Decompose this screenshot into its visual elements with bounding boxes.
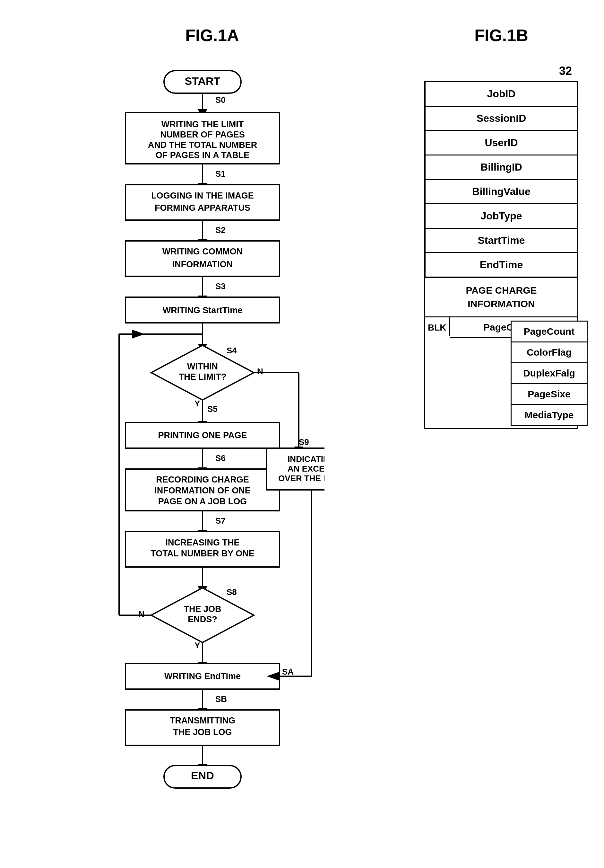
- svg-text:INDICATING: INDICATING: [287, 454, 324, 464]
- sub-colorflag: ColorFlag: [511, 343, 587, 363]
- table-row: JobType: [425, 204, 578, 228]
- table-row: SessionID: [425, 106, 578, 131]
- svg-text:WRITING THE LIMIT: WRITING THE LIMIT: [161, 119, 244, 129]
- field-sessionid: SessionID: [425, 106, 578, 131]
- table-row: StartTime: [425, 228, 578, 253]
- sub-mediatype: MediaType: [511, 405, 587, 425]
- svg-text:OF PAGES IN A TABLE: OF PAGES IN A TABLE: [156, 150, 250, 160]
- svg-text:START: START: [185, 75, 221, 87]
- sub-pagesixe: PageSixe: [511, 384, 587, 405]
- svg-text:AND THE TOTAL NUMBER: AND THE TOTAL NUMBER: [148, 140, 257, 150]
- offset-sub-table: PageCount ColorFlag DuplexFalg PageSixe …: [511, 321, 588, 426]
- table-row: BillingValue: [425, 180, 578, 204]
- svg-text:WRITING EndTime: WRITING EndTime: [164, 671, 241, 681]
- sub-duplexfalg: DuplexFalg: [511, 363, 587, 384]
- svg-text:S1: S1: [215, 169, 226, 178]
- svg-text:S6: S6: [215, 453, 226, 463]
- field-endtime: EndTime: [425, 253, 578, 277]
- page: FIG.1A START S0 WRITING THE LIMIT NUMBER…: [0, 0, 604, 868]
- svg-text:S5: S5: [207, 404, 218, 414]
- svg-text:S3: S3: [215, 281, 226, 291]
- svg-text:S2: S2: [215, 225, 226, 235]
- flowchart-svg: START S0 WRITING THE LIMIT NUMBER OF PAG…: [100, 64, 324, 867]
- svg-text:OVER THE LIMIT: OVER THE LIMIT: [278, 474, 324, 483]
- svg-text:END: END: [191, 769, 214, 781]
- svg-text:N: N: [138, 609, 144, 619]
- svg-text:S4: S4: [227, 346, 237, 355]
- svg-text:TOTAL NUMBER BY ONE: TOTAL NUMBER BY ONE: [150, 549, 255, 558]
- sub-table-inner: PageCount PageCount ColorFlag DuplexFalg…: [450, 318, 577, 428]
- svg-text:S8: S8: [227, 587, 237, 597]
- fig1b-title: FIG.1B: [424, 26, 578, 45]
- data-table: JobID SessionID UserID BillingID Billing…: [424, 81, 578, 278]
- table-row: UserID: [425, 131, 578, 155]
- svg-text:THE JOB LOG: THE JOB LOG: [173, 727, 232, 737]
- svg-text:SB: SB: [215, 694, 227, 704]
- field-jobtype: JobType: [425, 204, 578, 228]
- fig1b: FIG.1B 32 JobID SessionID UserID Billing…: [424, 26, 578, 429]
- table-row: JobID: [425, 82, 578, 106]
- svg-text:WRITING StartTime: WRITING StartTime: [163, 305, 243, 315]
- svg-text:RECORDING CHARGE: RECORDING CHARGE: [156, 475, 249, 484]
- svg-text:THE JOB: THE JOB: [184, 604, 221, 614]
- ref-number: 32: [424, 64, 578, 78]
- svg-rect-16: [125, 185, 280, 220]
- field-userid: UserID: [425, 131, 578, 155]
- svg-text:PAGE ON A JOB LOG: PAGE ON A JOB LOG: [158, 497, 247, 506]
- table-row: BillingID: [425, 155, 578, 180]
- svg-text:PRINTING ONE PAGE: PRINTING ONE PAGE: [158, 431, 247, 440]
- field-starttime: StartTime: [425, 228, 578, 253]
- figures-container: FIG.1A START S0 WRITING THE LIMIT NUMBER…: [26, 19, 578, 867]
- page-charge-label: PAGE CHARGE INFORMATION: [424, 278, 578, 318]
- svg-text:WITHIN: WITHIN: [187, 362, 218, 371]
- svg-text:TRANSMITTING: TRANSMITTING: [170, 716, 235, 725]
- svg-text:S7: S7: [215, 516, 226, 525]
- fig1a-title: FIG.1A: [26, 26, 399, 45]
- svg-text:Y: Y: [195, 640, 200, 650]
- fig1a: FIG.1A START S0 WRITING THE LIMIT NUMBER…: [26, 26, 399, 867]
- fig1b-table-container: 32 JobID SessionID UserID BillingID: [424, 64, 578, 429]
- svg-text:ENDS?: ENDS?: [188, 615, 217, 624]
- field-billingid: BillingID: [425, 155, 578, 180]
- svg-text:Y: Y: [195, 399, 200, 408]
- svg-text:SA: SA: [282, 667, 294, 677]
- svg-text:WRITING COMMON: WRITING COMMON: [162, 247, 243, 256]
- svg-text:S0: S0: [215, 95, 226, 105]
- svg-text:AN EXCESS: AN EXCESS: [287, 464, 324, 474]
- svg-text:N: N: [257, 367, 263, 376]
- svg-text:THE LIMIT?: THE LIMIT?: [179, 372, 226, 381]
- field-billingvalue: BillingValue: [425, 180, 578, 204]
- svg-text:INFORMATION OF ONE: INFORMATION OF ONE: [154, 486, 250, 495]
- svg-rect-21: [125, 241, 280, 276]
- svg-text:LOGGING IN THE IMAGE: LOGGING IN THE IMAGE: [151, 191, 254, 200]
- blk-label: BLK: [425, 318, 450, 336]
- sub-pagecount: PageCount: [511, 322, 587, 343]
- svg-text:INCREASING THE: INCREASING THE: [165, 538, 239, 547]
- table-row: EndTime: [425, 253, 578, 277]
- svg-text:FORMING APPARATUS: FORMING APPARATUS: [155, 203, 250, 213]
- sub-table-wrapper: BLK PageCount PageCount ColorFlag Duplex…: [424, 318, 578, 429]
- field-jobid: JobID: [425, 82, 578, 106]
- svg-text:NUMBER OF PAGES: NUMBER OF PAGES: [160, 130, 245, 140]
- svg-text:S9: S9: [299, 437, 309, 447]
- svg-text:INFORMATION: INFORMATION: [172, 260, 233, 269]
